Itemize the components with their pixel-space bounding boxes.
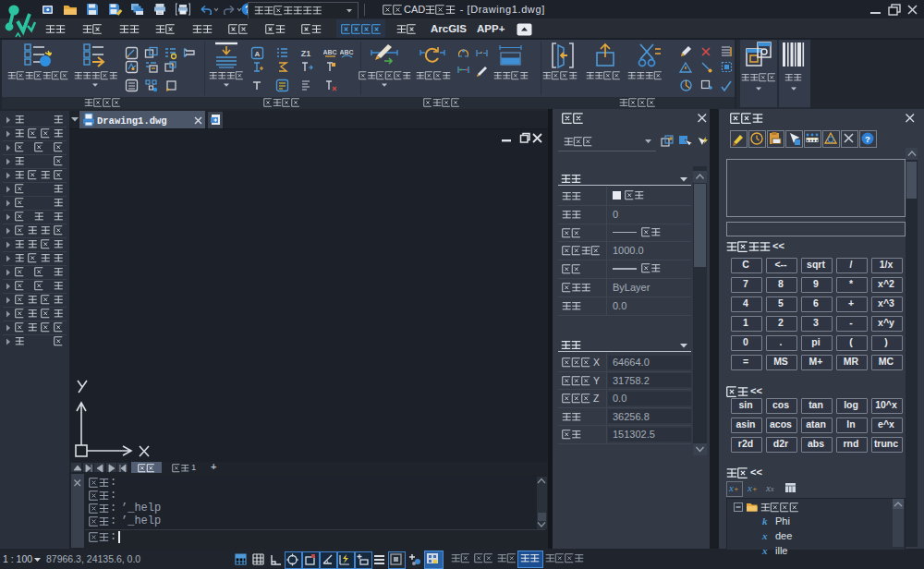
svg-text:A: A — [255, 50, 261, 58]
svg-text:Z1: Z1 — [301, 49, 311, 58]
svg-text:ABC: ABC — [340, 49, 354, 55]
svg-text:ABC: ABC — [323, 49, 337, 55]
svg-text:?: ? — [865, 133, 870, 143]
